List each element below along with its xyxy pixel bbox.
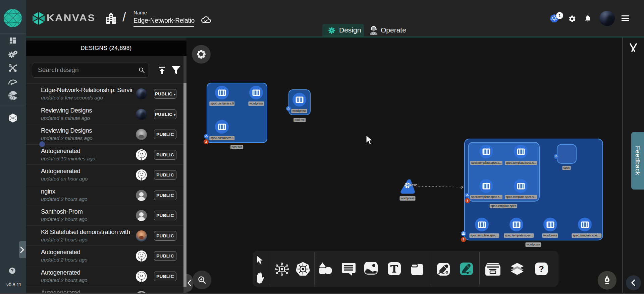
- svg-text:?: ?: [539, 264, 544, 274]
- svg-text:80/TCP: 80/TCP: [409, 183, 417, 187]
